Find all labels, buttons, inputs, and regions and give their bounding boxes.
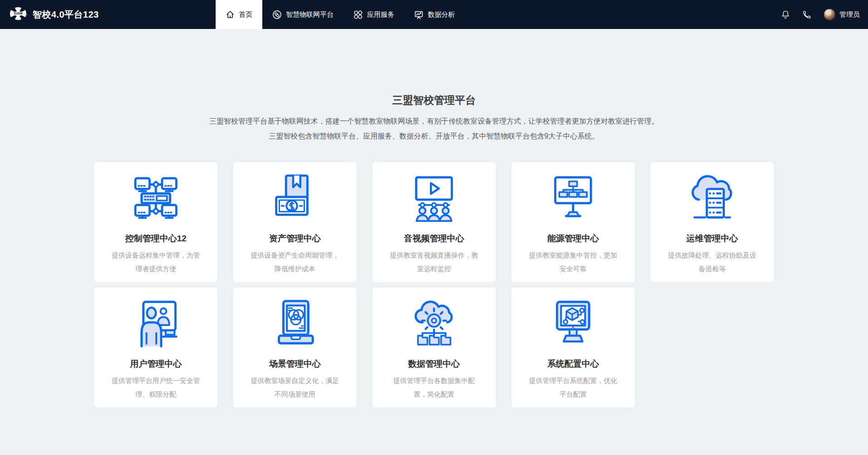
svg-text:net: net [24, 13, 27, 16]
asset-money-box-icon [233, 171, 357, 225]
card-description: 提供管理平台系统配置，优化平台配置 [527, 374, 619, 401]
hero-description-line1: 三盟智校管理平台基于物联网技术，搭建一个智慧教室物联网场景，有别于传统教室设备管… [0, 114, 868, 129]
hero-section: 三盟智校管理平台 三盟智校管理平台基于物联网技术，搭建一个智慧教室物联网场景，有… [0, 93, 868, 144]
user-menu[interactable]: 管理员 [824, 9, 860, 20]
energy-monitor-icon [511, 171, 635, 225]
phone-icon[interactable] [802, 10, 811, 19]
card-title: 系统配置中心 [511, 358, 635, 370]
card-description: 提供设备远程集中管理，为管理者提供方便 [110, 249, 202, 276]
page-title: 三盟智校管理平台 [0, 93, 868, 107]
sunmnet-logo: SUNM net [8, 7, 28, 22]
card-data-center[interactable]: 数据管理中心 提供管理平台各数据集中配置，简化配置 [372, 287, 496, 407]
cloud-server-icon [651, 171, 774, 225]
card-description: 提供教室场景自定义化，满足不同场景使用 [249, 374, 341, 401]
card-asset-center[interactable]: 资产管理中心 提供设备资产生命周期管理，降低维护成本 [233, 162, 357, 282]
card-description: 提供教室音视频直播操作，教室远程监控 [388, 249, 480, 276]
center-cards-grid: 控制管理中心12 提供设备远程集中管理，为管理者提供方便 资产管理中心 提供设备… [94, 162, 774, 407]
card-av-center[interactable]: 音视频管理中心 提供教室音视频直播操作，教室远程监控 [372, 162, 496, 282]
top-navbar: SUNM net 智校4.0平台123 首页 [0, 0, 868, 29]
card-title: 运维管理中心 [651, 233, 774, 244]
video-broadcast-icon [372, 171, 496, 225]
card-title: 资产管理中心 [233, 233, 357, 244]
card-description: 提供教室能源集中管控，更加安全可靠 [527, 249, 619, 276]
card-description: 提供设备资产生命周期管理，降低维护成本 [249, 249, 341, 276]
tab-app-services[interactable]: 应用服务 [343, 0, 404, 29]
tab-home[interactable]: 首页 [216, 0, 262, 29]
tab-label: 数据分析 [428, 10, 455, 19]
card-control-center[interactable]: 控制管理中心12 提供设备远程集中管理，为管理者提供方便 [94, 162, 217, 282]
scene-laptop-icon [233, 297, 357, 351]
user-name: 管理员 [839, 10, 860, 19]
system-cube-monitor-icon [511, 297, 635, 351]
tab-iot-platform[interactable]: 智慧物联网平台 [262, 0, 343, 29]
app-services-icon [353, 10, 363, 19]
card-title: 音视频管理中心 [372, 233, 496, 244]
card-description: 提供管理平台各数据集中配置，简化配置 [388, 374, 480, 401]
card-scene-center[interactable]: 场景管理中心 提供教室场景自定义化，满足不同场景使用 [233, 287, 357, 407]
card-ops-center[interactable]: 运维管理中心 提供故障处理、远程协助及设备巡检等 [651, 162, 774, 282]
user-screen-icon [94, 297, 217, 351]
nav-tabs: 首页 智慧物联网平台 应用服务 [216, 0, 465, 29]
card-energy-center[interactable]: 能源管理中心 提供教室能源集中管控，更加安全可靠 [511, 162, 635, 282]
card-user-center[interactable]: 用户管理中心 提供管理平台用户统一安全管理、权限分配 [94, 287, 217, 407]
network-monitors-icon [94, 171, 217, 225]
tab-label: 智慧物联网平台 [286, 10, 333, 19]
brand: SUNM net 智校4.0平台123 [0, 0, 99, 29]
card-description: 提供管理平台用户统一安全管理、权限分配 [110, 374, 202, 401]
card-title: 控制管理中心12 [94, 233, 217, 244]
card-description: 提供故障处理、远程协助及设备巡检等 [666, 249, 758, 276]
tab-label: 应用服务 [367, 10, 394, 19]
card-title: 数据管理中心 [372, 358, 496, 370]
user-avatar [824, 9, 835, 20]
tab-label: 首页 [239, 10, 252, 19]
navbar-right: 管理员 [781, 0, 868, 29]
cloud-gear-folders-icon [372, 297, 496, 351]
hero-description-line2: 三盟智校包含智慧物联平台、应用服务、数据分析、开放平台，其中智慧物联平台包含9大… [0, 129, 868, 144]
card-title: 能源管理中心 [511, 233, 635, 244]
card-title: 用户管理中心 [94, 358, 217, 370]
platform-title: 智校4.0平台123 [33, 9, 99, 21]
card-title: 场景管理中心 [233, 358, 357, 370]
home-icon [226, 10, 235, 19]
card-system-center[interactable]: 系统配置中心 提供管理平台系统配置，优化平台配置 [511, 287, 635, 407]
svg-text:SUNM: SUNM [14, 12, 23, 15]
tab-data-analysis[interactable]: 数据分析 [404, 0, 465, 29]
bell-icon[interactable] [781, 10, 790, 19]
data-analysis-icon [414, 10, 424, 19]
iot-platform-icon [272, 10, 282, 19]
